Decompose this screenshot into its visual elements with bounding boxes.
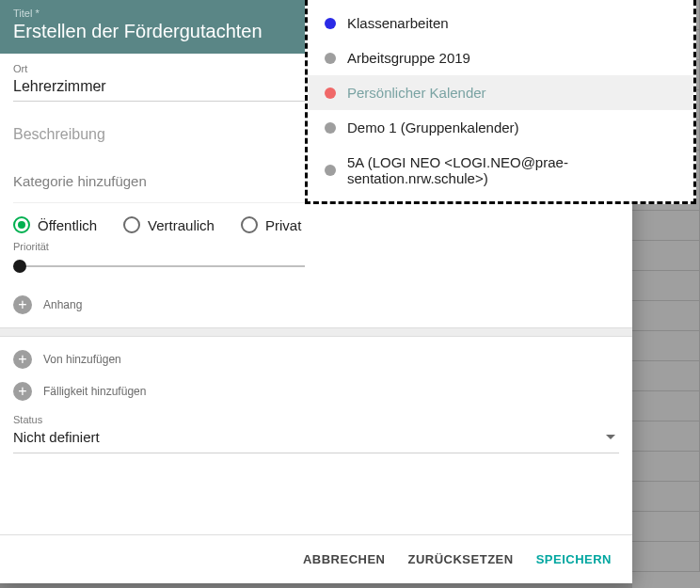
prioritaet-label: Priorität bbox=[13, 241, 619, 252]
modal-footer: ABBRECHEN ZURÜCKSETZEN SPEICHERN bbox=[0, 534, 632, 583]
dropdown-item-label: Demo 1 (Gruppenkalender) bbox=[347, 119, 519, 135]
status-select[interactable]: Nicht definiert bbox=[13, 425, 619, 453]
visibility-radio-group: Öffentlich Vertraulich Privat bbox=[13, 202, 619, 233]
radio-icon bbox=[241, 216, 258, 233]
color-dot-icon bbox=[325, 122, 336, 134]
color-dot-icon bbox=[325, 53, 336, 64]
slider-thumb[interactable] bbox=[13, 260, 26, 273]
color-dot-icon bbox=[325, 87, 336, 99]
color-dot-icon bbox=[325, 18, 336, 29]
dropdown-item-label: 5A (LOGI NEO <LOGI.NEO@prae-sentation.nr… bbox=[347, 154, 676, 186]
von-hinzufuegen-label[interactable]: Von hinzufügen bbox=[43, 353, 121, 366]
status-label: Status bbox=[13, 414, 619, 425]
radio-label: Öffentlich bbox=[38, 217, 97, 233]
radio-vertraulich[interactable]: Vertraulich bbox=[123, 216, 215, 233]
radio-label: Privat bbox=[265, 217, 301, 233]
cancel-button[interactable]: ABBRECHEN bbox=[303, 552, 386, 566]
save-button[interactable]: SPEICHERN bbox=[536, 552, 612, 566]
reset-button[interactable]: ZURÜCKSETZEN bbox=[407, 552, 513, 566]
dropdown-item-label: Arbeitsgruppe 2019 bbox=[347, 50, 470, 66]
dropdown-item-label: Persönlicher Kalender bbox=[347, 85, 486, 101]
color-dot-icon bbox=[325, 165, 336, 176]
plus-icon[interactable]: + bbox=[13, 295, 32, 314]
plus-icon[interactable]: + bbox=[13, 382, 32, 401]
radio-icon bbox=[123, 216, 140, 233]
radio-privat[interactable]: Privat bbox=[241, 216, 301, 233]
radio-label: Vertraulich bbox=[148, 217, 215, 233]
radio-icon bbox=[13, 216, 30, 233]
anhang-label[interactable]: Anhang bbox=[43, 298, 82, 311]
chevron-down-icon bbox=[606, 435, 615, 439]
plus-icon[interactable]: + bbox=[13, 350, 32, 369]
dropdown-item-5a[interactable]: 5A (LOGI NEO <LOGI.NEO@prae-sentation.nr… bbox=[308, 145, 693, 196]
radio-oeffentlich[interactable]: Öffentlich bbox=[13, 216, 97, 233]
dropdown-item-label: Klassenarbeiten bbox=[347, 15, 449, 31]
faelligkeit-hinzufuegen-label[interactable]: Fälligkeit hinzufügen bbox=[43, 385, 146, 398]
status-value: Nicht definiert bbox=[13, 429, 100, 445]
dropdown-item-demo1[interactable]: Demo 1 (Gruppenkalender) bbox=[308, 110, 693, 145]
dropdown-item-klassenarbeiten[interactable]: Klassenarbeiten bbox=[308, 6, 693, 40]
calendar-dropdown[interactable]: Klassenarbeiten Arbeitsgruppe 2019 Persö… bbox=[305, 0, 696, 204]
dropdown-item-personlicher-kalender[interactable]: Persönlicher Kalender bbox=[308, 75, 693, 110]
section-divider bbox=[0, 327, 632, 337]
prioritaet-slider[interactable] bbox=[13, 265, 305, 267]
dropdown-item-arbeitsgruppe[interactable]: Arbeitsgruppe 2019 bbox=[308, 40, 693, 75]
